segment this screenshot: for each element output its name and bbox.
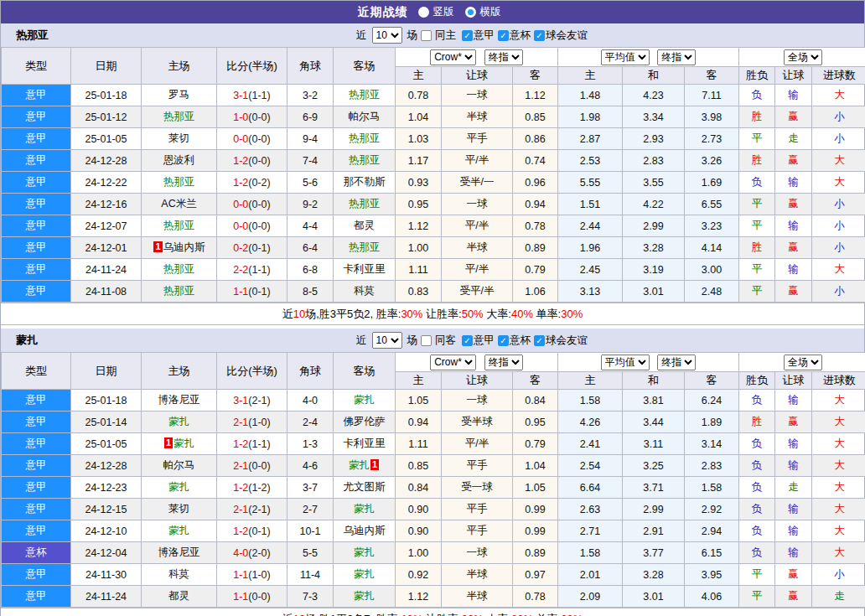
score-cell: 1-1(0-1) bbox=[217, 281, 287, 303]
match-date-cell: 24-11-30 bbox=[71, 564, 142, 586]
corners-cell: 10-1 bbox=[287, 520, 334, 542]
summary-segment: 单率: bbox=[533, 308, 561, 320]
fulltime-score: 2-1 bbox=[233, 460, 248, 472]
result-wdl-cell: 平 bbox=[739, 215, 775, 237]
corners-cell: 7-4 bbox=[287, 150, 334, 172]
fulltime-score: 1-2 bbox=[233, 482, 248, 494]
match-date-cell: 25-01-14 bbox=[71, 412, 142, 433]
horizontal-layout-label[interactable]: 横版 bbox=[480, 5, 501, 19]
average-final-select[interactable]: 终指 bbox=[657, 49, 696, 65]
odds-away-cell: 1.06 bbox=[513, 281, 558, 303]
subcolumn-avg-draw: 和 bbox=[623, 372, 685, 390]
avg-away-cell: 3.23 bbox=[685, 215, 739, 237]
average-select[interactable]: 平均值 bbox=[601, 49, 650, 65]
odds-provider-final-select[interactable]: 终指 bbox=[484, 355, 523, 370]
avg-home-cell: 1.58 bbox=[558, 390, 623, 412]
odds-handicap-cell: 受平/半 bbox=[442, 281, 513, 303]
scope-select[interactable]: 全场 bbox=[784, 49, 822, 65]
league-label: 意杯 bbox=[510, 28, 531, 43]
match-count-select[interactable]: 10 bbox=[372, 27, 402, 44]
odds-home-cell: 1.11 bbox=[396, 433, 442, 455]
subcolumn-avg-away: 客 bbox=[685, 67, 739, 85]
average-group-header: 平均值 终指 bbox=[558, 353, 739, 372]
same-venue-label: 同客 bbox=[435, 334, 456, 348]
odds-provider-select[interactable]: Crow* bbox=[430, 355, 476, 370]
summary-segment: 60% bbox=[561, 613, 583, 616]
halftime-score: (1-2) bbox=[248, 482, 270, 494]
avg-away-cell: 1.69 bbox=[685, 172, 739, 194]
home-team-cell: 1蒙扎 bbox=[142, 433, 217, 455]
avg-draw-cell: 3.71 bbox=[623, 477, 685, 499]
scope-group-header: 全场 bbox=[739, 353, 865, 372]
average-select[interactable]: 平均值 bbox=[601, 355, 650, 370]
avg-draw-cell: 3.28 bbox=[623, 564, 685, 586]
team-section: 蒙扎 近 10 场 同客 ✓意甲✓意杯✓球会友谊 类型 日期 bbox=[1, 329, 864, 616]
corners-cell: 4-4 bbox=[287, 215, 334, 237]
subcolumn-result-handicap: 让球 bbox=[775, 67, 812, 85]
league-checkbox[interactable]: ✓ bbox=[534, 30, 545, 41]
home-team-cell: 罗马 bbox=[142, 85, 217, 106]
corners-cell: 2-4 bbox=[287, 412, 334, 433]
match-type-cell: 意甲 bbox=[2, 194, 71, 215]
team-label: 热那亚 bbox=[349, 132, 381, 144]
home-team-cell: 恩波利 bbox=[142, 150, 217, 172]
league-checkbox[interactable]: ✓ bbox=[462, 30, 473, 41]
match-date-cell: 24-12-10 bbox=[71, 520, 142, 542]
odds-provider-select[interactable]: Crow* bbox=[430, 49, 476, 65]
league-checkbox[interactable]: ✓ bbox=[462, 335, 473, 346]
column-header-home: 主场 bbox=[142, 353, 217, 390]
match-count-select[interactable]: 10 bbox=[372, 332, 402, 349]
column-header-away: 客场 bbox=[334, 48, 396, 85]
league-checkbox[interactable]: ✓ bbox=[534, 335, 545, 346]
home-team-cell: 都灵 bbox=[142, 586, 217, 608]
scope-select[interactable]: 全场 bbox=[784, 355, 822, 370]
summary-segment: 10 bbox=[293, 613, 305, 616]
horizontal-layout-radio-icon[interactable] bbox=[465, 7, 476, 18]
fulltime-score: 3-1 bbox=[233, 395, 248, 406]
odds-away-cell: 0.89 bbox=[513, 237, 558, 259]
fulltime-score: 3-1 bbox=[233, 90, 248, 101]
same-venue-checkbox[interactable] bbox=[421, 30, 432, 41]
corners-cell: 9-2 bbox=[287, 194, 334, 215]
fulltime-score: 0-2 bbox=[233, 242, 248, 254]
league-label: 意甲 bbox=[474, 334, 495, 348]
odds-handicap-cell: 平手 bbox=[442, 128, 513, 150]
result-goals-cell: 大 bbox=[812, 390, 865, 412]
team-label: 蒙扎 bbox=[354, 568, 375, 580]
avg-away-cell: 3.98 bbox=[685, 106, 739, 128]
vertical-layout-radio-icon[interactable] bbox=[418, 7, 429, 18]
odds-provider-final-select[interactable]: 终指 bbox=[484, 49, 523, 65]
vertical-layout-label[interactable]: 竖版 bbox=[433, 5, 454, 19]
subcolumn-odds-away: 客 bbox=[513, 67, 558, 85]
team-label: 恩波利 bbox=[163, 154, 195, 166]
average-final-select[interactable]: 终指 bbox=[657, 355, 696, 370]
match-type-cell: 意甲 bbox=[2, 237, 71, 259]
odds-group-header: Crow* 终指 bbox=[396, 48, 558, 67]
same-venue-checkbox[interactable] bbox=[421, 335, 432, 346]
result-wdl-cell: 平 bbox=[739, 564, 775, 586]
matches-body: 意甲25-01-18博洛尼亚3-1(2-1)4-0蒙扎1.05一球0.841.5… bbox=[2, 390, 865, 608]
odds-handicap-cell: 平手 bbox=[442, 499, 513, 520]
away-team-cell: 科莫 bbox=[334, 281, 396, 303]
result-handicap-cell: 输 bbox=[775, 215, 812, 237]
avg-draw-cell: 4.23 bbox=[623, 85, 685, 106]
result-wdl-cell: 胜 bbox=[739, 106, 775, 128]
league-checkbox[interactable]: ✓ bbox=[498, 30, 509, 41]
odds-home-cell: 1.12 bbox=[396, 215, 442, 237]
score-cell: 3-1(1-1) bbox=[217, 85, 287, 106]
summary-segment: 大率: bbox=[484, 308, 511, 320]
avg-home-cell: 1.58 bbox=[558, 542, 623, 564]
avg-home-cell: 2.01 bbox=[558, 564, 623, 586]
odds-handicap-cell: 平/半 bbox=[442, 433, 513, 455]
league-checkbox[interactable]: ✓ bbox=[498, 335, 509, 346]
score-cell: 0-2(0-1) bbox=[217, 237, 287, 259]
odds-handicap-cell: 平/半 bbox=[442, 259, 513, 281]
games-label: 场 bbox=[407, 334, 418, 348]
team-label: 博洛尼亚 bbox=[158, 546, 200, 558]
column-header-home: 主场 bbox=[142, 48, 217, 85]
odds-away-cell: 0.95 bbox=[513, 412, 558, 433]
avg-home-cell: 2.53 bbox=[558, 150, 623, 172]
odds-handicap-cell: 一球 bbox=[442, 194, 513, 215]
home-team-cell: 1乌迪内斯 bbox=[142, 237, 217, 259]
odds-home-cell: 0.92 bbox=[396, 564, 442, 586]
